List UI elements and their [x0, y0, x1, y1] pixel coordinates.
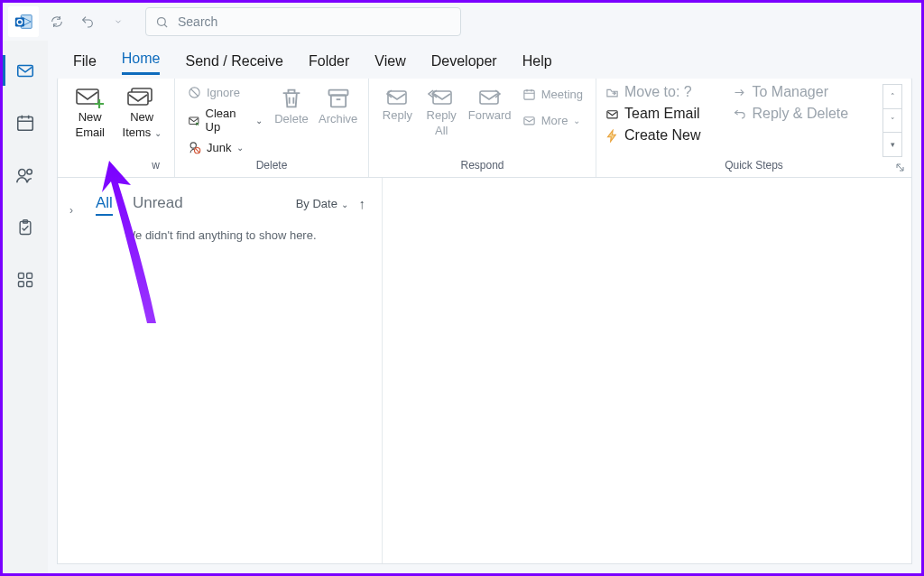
nav-tasks-icon[interactable] [3, 214, 48, 241]
svg-rect-5 [18, 117, 33, 131]
nav-rail [3, 41, 48, 573]
folder-pane-collapsed[interactable]: › [58, 178, 85, 563]
ribbon-group-label: Respond [378, 157, 587, 175]
reply-button[interactable]: Reply [378, 84, 417, 123]
sync-icon[interactable] [44, 9, 69, 34]
tab-help[interactable]: Help [522, 53, 552, 75]
ribbon-group-label: Quick Steps [605, 157, 902, 175]
tab-file[interactable]: File [73, 53, 97, 75]
undo-dropdown-icon[interactable] [106, 9, 131, 34]
archive-button[interactable]: Archive [317, 84, 359, 126]
ignore-button[interactable]: Ignore [184, 84, 244, 101]
chevron-down-icon: ⌄ [341, 200, 348, 209]
search-placeholder: Search [178, 14, 217, 29]
qs-create-new[interactable]: Create New [605, 127, 700, 144]
svg-point-6 [19, 170, 25, 176]
qs-move-to[interactable]: Move to: ? [605, 84, 700, 100]
svg-rect-1 [15, 17, 24, 26]
sort-direction-icon[interactable]: ↑ [359, 196, 366, 211]
chevron-down-icon: ⌄ [573, 116, 580, 125]
ribbon-group-respond: Reply Reply All Forward [369, 79, 596, 177]
message-list: All Unread By Date ⌄ ↑ We didn't find an… [85, 178, 383, 563]
outlook-logo [8, 6, 39, 37]
ribbon-group-new: New Email New Items ⌄ w [58, 79, 175, 177]
tabs: File Home Send / Receive Folder View Dev… [48, 41, 921, 75]
search-input[interactable]: Search [145, 7, 461, 36]
tab-send-receive[interactable]: Send / Receive [185, 53, 283, 75]
content-area: › All Unread By Date ⌄ ↑ We didn't find … [57, 178, 912, 564]
qs-to-manager[interactable]: To Manager [733, 84, 848, 100]
svg-rect-4 [18, 66, 33, 77]
sort-button[interactable]: By Date ⌄ [296, 197, 348, 210]
chevron-down-icon: ⌄ [255, 116, 263, 125]
nav-calendar-icon[interactable] [3, 109, 48, 136]
meeting-button[interactable]: Meeting [519, 86, 587, 103]
clean-up-button[interactable]: Clean Up⌄ [184, 105, 266, 135]
svg-rect-13 [27, 282, 32, 287]
svg-rect-16 [128, 92, 148, 105]
ribbon: New Email New Items ⌄ w [57, 77, 912, 178]
tab-view[interactable]: View [374, 53, 405, 75]
chevron-down-icon: ⌄ [154, 128, 162, 138]
ribbon-group-quick-steps: Move to: ? Team Email Create New [596, 79, 911, 177]
more-button[interactable]: More⌄ [519, 112, 585, 129]
svg-point-19 [190, 143, 196, 148]
svg-rect-26 [524, 90, 534, 99]
qs-reply-delete[interactable]: Reply & Delete [733, 106, 848, 122]
title-bar: Search [3, 3, 921, 41]
svg-rect-10 [19, 274, 24, 279]
svg-point-7 [27, 170, 32, 175]
chevron-up-icon[interactable]: ˄ [883, 85, 901, 109]
nav-mail-icon[interactable] [3, 57, 48, 84]
ribbon-group-label: Delete [184, 157, 359, 175]
filter-unread[interactable]: Unread [133, 194, 183, 212]
chevron-down-icon: ⌄ [236, 143, 244, 153]
svg-rect-22 [331, 96, 346, 107]
chevron-down-icon[interactable]: ˅ [883, 109, 901, 134]
dialog-launcher-icon[interactable] [895, 161, 906, 172]
reading-pane [383, 178, 911, 563]
svg-rect-14 [77, 89, 98, 104]
chevron-right-icon[interactable]: › [65, 201, 78, 219]
overflow-icon[interactable]: ▾ [883, 133, 901, 156]
svg-rect-28 [607, 110, 617, 117]
tab-folder[interactable]: Folder [309, 53, 349, 75]
svg-point-3 [158, 17, 166, 25]
qs-gallery-spinner[interactable]: ˄ ˅ ▾ [882, 84, 902, 157]
delete-button[interactable]: Delete [272, 84, 312, 126]
qs-team-email[interactable]: Team Email [605, 106, 700, 122]
filter-all[interactable]: All [96, 194, 113, 216]
tab-developer[interactable]: Developer [431, 53, 497, 75]
undo-icon[interactable] [75, 9, 100, 34]
nav-apps-icon[interactable] [3, 266, 48, 293]
empty-state-text: We didn't find anything to show here. [125, 228, 365, 242]
reply-all-button[interactable]: Reply All [422, 84, 461, 138]
new-email-button[interactable]: New Email [67, 84, 114, 140]
svg-rect-11 [27, 274, 32, 279]
svg-rect-12 [19, 282, 24, 287]
junk-button[interactable]: Junk⌄ [184, 139, 247, 156]
ribbon-group-label: w [67, 157, 165, 175]
tab-home[interactable]: Home [122, 51, 161, 75]
ribbon-group-delete: Ignore Clean Up⌄ Junk⌄ [175, 79, 369, 177]
svg-rect-27 [524, 117, 534, 125]
forward-button[interactable]: Forward [467, 84, 513, 123]
new-items-button[interactable]: New Items ⌄ [119, 84, 166, 140]
nav-people-icon[interactable] [3, 162, 48, 189]
